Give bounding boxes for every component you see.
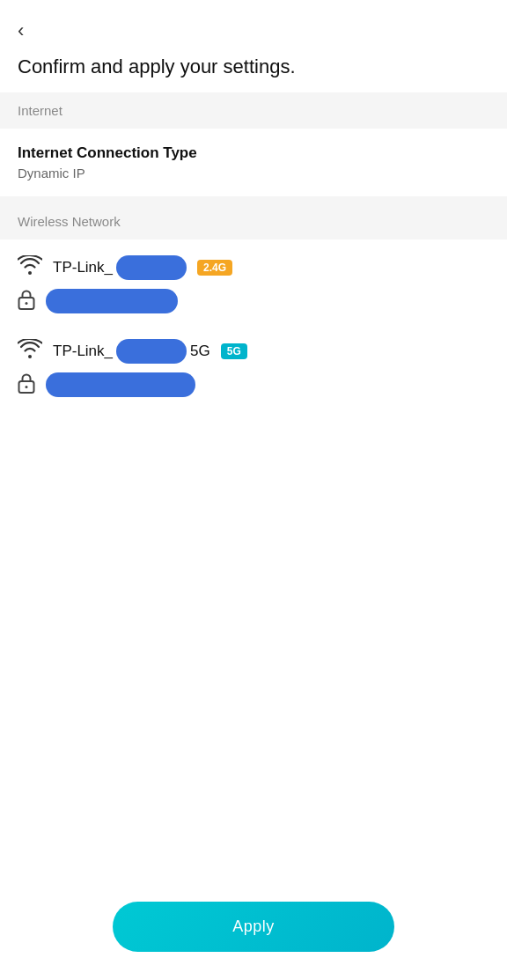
network-name-row-5g: TP-Link_ 5G 5G: [18, 339, 489, 364]
wireless-network-section: TP-Link_ 2.4G: [0, 239, 507, 438]
network-name-5g: TP-Link_ 5G: [53, 339, 210, 364]
wifi-icon-2g: [18, 255, 42, 280]
password-row-5g: [18, 372, 489, 398]
password-row-2g: [18, 289, 489, 314]
section-divider: [0, 196, 507, 203]
network-item-2g: TP-Link_ 2.4G: [18, 255, 489, 314]
ssid-redacted-5g: [116, 339, 187, 364]
lock-icon-5g: [18, 372, 35, 398]
wireless-section-header: Wireless Network: [0, 203, 507, 239]
badge-5g: 5G: [221, 343, 247, 359]
password-redacted-2g: [46, 289, 178, 313]
back-button[interactable]: ‹: [18, 16, 24, 46]
ssid-redacted-2g: [116, 255, 187, 280]
page-title: Confirm and apply your settings.: [18, 55, 489, 80]
internet-type-value: Dynamic IP: [18, 166, 489, 181]
network-name-2g: TP-Link_: [53, 255, 187, 280]
apply-button-container: Apply: [113, 902, 394, 952]
header: ‹ Confirm and apply your settings.: [0, 0, 507, 92]
network-name-row-2g: TP-Link_ 2.4G: [18, 255, 489, 280]
internet-section-header: Internet: [0, 92, 507, 129]
lock-icon-2g: [18, 289, 35, 314]
wifi-icon-5g: [18, 339, 42, 364]
badge-2g: 2.4G: [197, 260, 232, 276]
internet-type-label: Internet Connection Type: [18, 144, 489, 162]
svg-point-3: [26, 386, 28, 388]
network-item-5g: TP-Link_ 5G 5G: [18, 339, 489, 398]
internet-section-content: Internet Connection Type Dynamic IP: [0, 129, 507, 196]
svg-point-1: [26, 302, 28, 305]
password-redacted-5g: [46, 372, 195, 397]
apply-button[interactable]: Apply: [113, 902, 394, 952]
